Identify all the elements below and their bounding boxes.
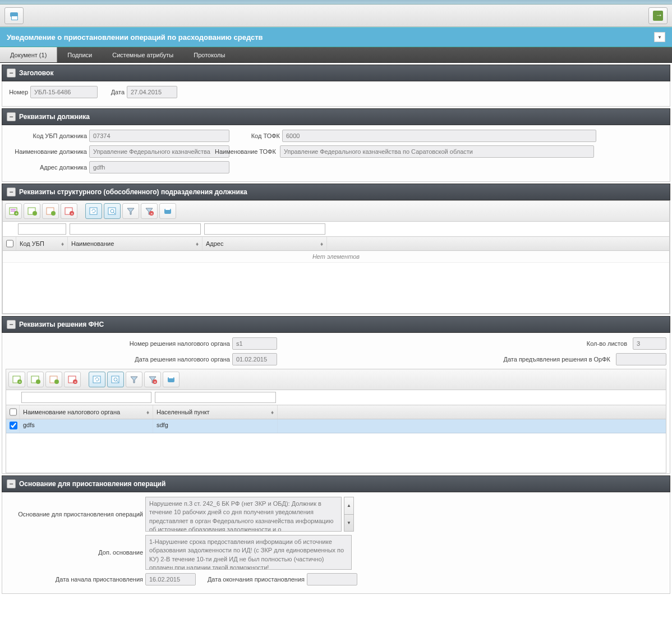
svg-point-8	[51, 211, 56, 216]
header-dropdown-button[interactable]: ▼	[654, 32, 665, 42]
date-end-field[interactable]	[307, 573, 357, 585]
grid-toolbar: + × ×	[2, 200, 670, 222]
name-debtor-field[interactable]	[89, 145, 229, 158]
grid-edit-button[interactable]	[45, 372, 62, 387]
basis-dop-field[interactable]	[145, 535, 352, 570]
sort-icon[interactable]: ♦	[320, 241, 323, 247]
struct-grid: Код УБП♦ Наименование♦ Адрес♦ Нет элемен…	[2, 222, 670, 314]
spin-up-button[interactable]: ▲	[344, 497, 353, 515]
row-checkbox[interactable]	[10, 422, 17, 429]
window-top-border	[0, 0, 672, 4]
svg-rect-19	[165, 208, 170, 210]
grid-new-button[interactable]: +	[5, 203, 22, 219]
filter-addr[interactable]	[204, 223, 325, 235]
grid-filter-button[interactable]	[126, 372, 142, 387]
filter-city[interactable]	[155, 392, 276, 403]
date-present-label: Дата предъявления решения в ОрФК	[279, 356, 614, 363]
num-label: Номер	[6, 89, 28, 95]
exit-button[interactable]	[648, 7, 668, 24]
svg-rect-37	[169, 376, 173, 378]
panel-title: Реквизиты решения ФНС	[19, 321, 104, 328]
tab-system-attrs[interactable]: Системные атрибуты	[102, 47, 183, 62]
table-row[interactable]: gdfs sdfg	[6, 419, 666, 433]
name-tofk-label: Наименование ТОФК	[215, 148, 278, 155]
tab-label: Документ (1)	[10, 52, 47, 58]
grid-export-button[interactable]	[159, 203, 176, 219]
svg-text:+: +	[15, 211, 18, 216]
cell-tax-name: gdfs	[20, 419, 153, 433]
col-addr[interactable]: Адрес	[206, 240, 224, 247]
panel-debtor: − Реквизиты должника Код УБП должника Ко…	[2, 108, 670, 182]
exit-icon	[653, 11, 663, 21]
document-header: Уведомление о приостановлении операций п…	[0, 27, 672, 47]
tab-signatures[interactable]: Подписи	[57, 47, 102, 62]
grid-filter-clear-button[interactable]: ×	[144, 372, 161, 387]
grid-search-button[interactable]	[104, 203, 121, 219]
panel-title: Реквизиты должника	[19, 113, 90, 121]
grid-edit-button[interactable]	[42, 203, 59, 219]
grid-refresh-button[interactable]	[85, 203, 102, 219]
grid-empty-text: Нет элементов	[3, 251, 669, 263]
code-ubp-field[interactable]	[89, 130, 229, 142]
basis-dop-label: Доп. основание	[6, 535, 143, 570]
collapse-button[interactable]: −	[7, 187, 16, 196]
sort-icon[interactable]: ♦	[146, 409, 149, 415]
code-tofk-field[interactable]	[282, 130, 596, 142]
tab-label: Протоколы	[194, 52, 225, 58]
grid-copy-button[interactable]	[24, 203, 40, 219]
grid-refresh-button[interactable]	[89, 372, 105, 387]
svg-text:×: ×	[150, 211, 153, 216]
grid-export-button[interactable]	[163, 372, 179, 387]
sort-icon[interactable]: ♦	[271, 409, 274, 415]
filter-name[interactable]	[70, 223, 201, 235]
tab-protocols[interactable]: Протоколы	[183, 47, 235, 62]
collapse-button[interactable]: −	[7, 479, 16, 488]
panel-basis: − Основание для приостановления операций…	[2, 475, 670, 594]
sheets-label: Кол-во листов	[279, 340, 630, 347]
grid-copy-button[interactable]	[27, 372, 44, 387]
spin-down-button[interactable]: ▼	[344, 515, 353, 532]
panel-header: − Заголовок	[2, 65, 670, 81]
collapse-button[interactable]: −	[7, 320, 16, 329]
grid-filter-button[interactable]	[122, 203, 139, 219]
grid-filter-clear-button[interactable]: ×	[141, 203, 158, 219]
fns-num-field[interactable]	[232, 337, 277, 350]
col-name[interactable]: Наименование	[71, 240, 114, 247]
grid-search-button[interactable]	[107, 372, 124, 387]
panel-struct: − Реквизиты структурного (обособленного)…	[2, 184, 670, 314]
filter-tax-name[interactable]	[21, 392, 151, 403]
grid-delete-button[interactable]: ×	[64, 372, 81, 387]
main-toolbar	[0, 4, 672, 27]
sheets-field[interactable]	[633, 337, 666, 350]
print-button[interactable]	[4, 7, 24, 24]
col-tax-name[interactable]: Наименование налогового органа	[23, 409, 120, 415]
grid-delete-button[interactable]: ×	[61, 203, 77, 219]
select-all-checkbox[interactable]	[6, 240, 13, 248]
fns-date-field[interactable]	[232, 353, 277, 365]
date-field[interactable]	[127, 86, 177, 98]
addr-label: Адрес должника	[6, 164, 87, 171]
name-tofk-field[interactable]	[280, 145, 594, 158]
col-code-ubp[interactable]: Код УБП	[20, 240, 44, 247]
collapse-button[interactable]: −	[7, 68, 16, 77]
code-tofk-label: Код ТОФК	[235, 132, 280, 139]
filter-code-ubp[interactable]	[18, 223, 66, 235]
date-start-field[interactable]	[145, 573, 196, 585]
basis-main-field[interactable]	[145, 497, 342, 532]
cell-city: sdfg	[153, 419, 278, 433]
svg-rect-12	[90, 208, 97, 214]
num-field[interactable]	[30, 86, 98, 98]
date-present-field[interactable]	[616, 353, 666, 365]
grid-new-button[interactable]: +	[8, 372, 25, 387]
sort-icon[interactable]: ♦	[61, 241, 64, 247]
basis-main-label: Основание для приостановления операций	[6, 497, 143, 532]
panel-title: Заголовок	[19, 69, 53, 77]
select-all-checkbox[interactable]	[10, 408, 17, 416]
sort-icon[interactable]: ♦	[196, 241, 199, 247]
col-city[interactable]: Населенный пункт	[157, 409, 210, 415]
tab-document[interactable]: Документ (1)	[0, 47, 57, 62]
collapse-button[interactable]: −	[7, 112, 16, 121]
addr-field[interactable]	[89, 161, 229, 173]
panel-zagolovok: − Заголовок Номер Дата	[2, 65, 670, 107]
svg-rect-30	[93, 376, 100, 383]
